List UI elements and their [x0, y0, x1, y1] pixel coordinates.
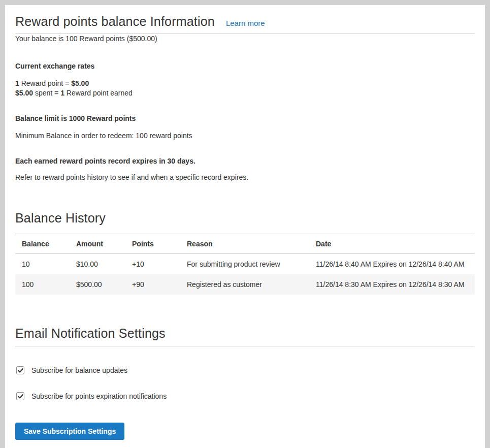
col-header-date: Date — [309, 234, 475, 254]
subscribe-balance-updates-option[interactable]: Subscribe for balance updates — [16, 366, 475, 375]
expiration-heading: Each earned reward points record expires… — [15, 156, 475, 166]
cell-points: +90 — [125, 274, 180, 295]
save-subscription-settings-button[interactable]: Save Subscription Settings — [15, 423, 124, 440]
balance-history-title: Balance History — [15, 210, 475, 226]
cell-balance: 100 — [15, 274, 70, 295]
table-row: 10 $10.00 +10 For submitting product rev… — [15, 254, 475, 275]
checkbox-label: Subscribe for balance updates — [31, 366, 127, 375]
page-title: Reward points balance Information — [15, 13, 215, 29]
notifications-divider — [15, 346, 475, 346]
cell-amount: $10.00 — [70, 254, 125, 275]
page-header: Reward points balance Information Learn … — [15, 13, 475, 29]
cell-reason: Registered as customer — [180, 274, 309, 295]
col-header-reason: Reason — [180, 234, 309, 254]
checkmark-icon — [18, 368, 23, 373]
email-notification-title: Email Notification Settings — [15, 325, 475, 341]
learn-more-link[interactable]: Learn more — [226, 19, 265, 27]
table-body: 10 $10.00 +10 For submitting product rev… — [15, 254, 475, 295]
cell-date: 11/26/14 8:30 AM Expires on 12/26/14 8:3… — [309, 274, 475, 295]
rate2-text1: spent = — [33, 89, 60, 97]
rate2-points: 1 — [60, 89, 64, 97]
checkmark-icon — [18, 394, 23, 399]
cell-balance: 10 — [15, 254, 70, 275]
rate2-text2: Reward point earned — [64, 89, 133, 97]
expiration-notifications-checkbox[interactable] — [16, 392, 24, 400]
exchange-rate-line-1: 1 Reward point = $5.00 — [15, 79, 475, 88]
rate1-points: 1 — [15, 79, 19, 87]
balance-history-table: Balance Amount Points Reason Date 10 $10… — [15, 234, 475, 295]
balance-summary: Your balance is 100 Reward points ($500.… — [15, 34, 475, 44]
col-header-points: Points — [125, 234, 180, 254]
reward-points-card: Reward points balance Information Learn … — [5, 5, 485, 448]
rate1-value: $5.00 — [71, 79, 89, 87]
table-row: 100 $500.00 +90 Registered as customer 1… — [15, 274, 475, 295]
header-row: Balance Amount Points Reason Date — [15, 234, 475, 254]
balance-limit: Balance limit is 1000 Reward points — [15, 114, 475, 123]
rate1-text: Reward point = — [19, 79, 71, 87]
col-header-balance: Balance — [15, 234, 70, 254]
rate2-value: $5.00 — [15, 89, 33, 97]
checkbox-label: Subscribe for points expiration notifica… — [31, 392, 167, 401]
cell-amount: $500.00 — [70, 274, 125, 295]
table-head: Balance Amount Points Reason Date — [15, 234, 475, 254]
balance-info-section: Your balance is 100 Reward points ($500.… — [15, 34, 475, 182]
minimum-balance: Minimum Balance in order to redeem: 100 … — [15, 131, 475, 141]
cell-points: +10 — [125, 254, 180, 275]
expiration-note: Refer to reward points history to see if… — [15, 173, 475, 182]
col-header-amount: Amount — [70, 234, 125, 254]
subscribe-expiration-notifications-option[interactable]: Subscribe for points expiration notifica… — [16, 392, 475, 401]
cell-reason: For submitting product review — [180, 254, 309, 275]
exchange-rates-heading: Current exchange rates — [15, 61, 475, 71]
exchange-rate-line-2: $5.00 spent = 1 Reward point earned — [15, 88, 475, 98]
cell-date: 11/26/14 8:40 AM Expires on 12/26/14 8:4… — [309, 254, 475, 275]
balance-updates-checkbox[interactable] — [16, 366, 24, 374]
